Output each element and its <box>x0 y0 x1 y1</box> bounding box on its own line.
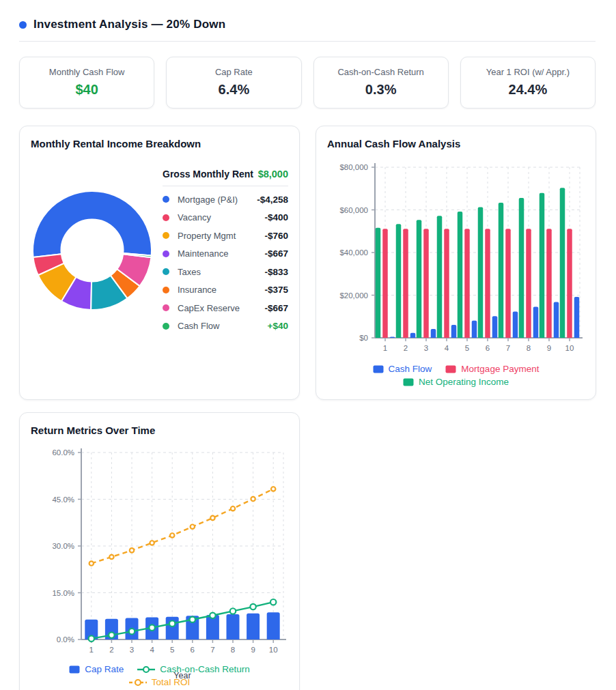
point-marker <box>250 604 255 609</box>
breakdown-row: Taxes-$833 <box>163 263 288 281</box>
legend-item[interactable]: Net Operating Income <box>403 377 509 387</box>
cashflow-legend: Cash Flow Mortgage Payment Net Operating… <box>336 362 576 388</box>
point-marker <box>89 635 94 641</box>
bar <box>505 229 511 338</box>
bar <box>390 337 395 339</box>
svg-text:9: 9 <box>547 344 551 352</box>
metric-card-year1-roi: Year 1 ROI (w/ Appr.) 24.4% <box>460 57 596 109</box>
point-marker <box>231 506 235 511</box>
point-marker <box>270 599 276 605</box>
legend-marker-icon <box>445 365 456 373</box>
svg-text:30.0%: 30.0% <box>52 542 74 550</box>
legend-item[interactable]: Cash Flow <box>373 364 432 374</box>
legend-item[interactable]: Total ROI <box>129 677 190 687</box>
legend-item[interactable]: Cap Rate <box>69 664 124 674</box>
svg-text:45.0%: 45.0% <box>52 495 74 504</box>
svg-text:6: 6 <box>191 646 195 654</box>
legend-item-label: Cash-on-Cash Return <box>160 664 249 674</box>
breakdown-row-value: +$40 <box>268 321 288 331</box>
bar <box>492 316 498 338</box>
breakdown-row: CapEx Reserve-$667 <box>163 299 288 317</box>
breakdown-row-label: Insurance <box>178 285 264 295</box>
metric-cards-row: Monthly Cash Flow $40 Cap Rate 6.4% Cash… <box>19 57 596 109</box>
svg-text:10: 10 <box>565 344 574 352</box>
bar <box>417 220 422 338</box>
breakdown-row-value: -$375 <box>264 285 288 295</box>
point-marker <box>109 555 113 559</box>
panel-title: Return Metrics Over Time <box>31 424 288 437</box>
point-marker <box>149 624 154 630</box>
breakdown-row-label: Vacancy <box>178 212 264 222</box>
bar <box>396 224 402 338</box>
cashflow-chart: $0$20,000$40,000$60,000$80,0001234567891… <box>327 158 585 358</box>
bar <box>513 312 518 338</box>
svg-text:6: 6 <box>486 344 490 352</box>
legend-item[interactable]: Mortgage Payment <box>445 364 539 374</box>
point-marker <box>190 617 195 622</box>
breakdown-row-label: Mortgage (P&I) <box>178 195 257 205</box>
bar <box>519 198 524 338</box>
panel-title: Annual Cash Flow Analysis <box>327 137 585 151</box>
bar <box>464 229 470 338</box>
breakdown-list: Mortgage (P&I)-$4,258Vacancy-$400Propert… <box>163 190 288 335</box>
svg-text:5: 5 <box>465 344 469 352</box>
legend-marker-icon <box>129 678 147 687</box>
series-color-dot-icon <box>163 323 169 330</box>
series-color-dot-icon <box>163 304 169 311</box>
bar <box>485 229 490 338</box>
breakdown-row-label: Maintenance <box>178 248 264 259</box>
bar <box>431 329 436 338</box>
point-marker <box>191 524 195 528</box>
point-marker <box>271 487 275 491</box>
breakdown-row: Insurance-$375 <box>163 281 288 300</box>
svg-text:60.0%: 60.0% <box>52 448 74 457</box>
bar <box>437 216 443 338</box>
bar <box>567 229 572 338</box>
panel-title: Monthly Rental Income Breakdown <box>31 137 288 151</box>
gross-rent-label: Gross Monthly Rent <box>163 169 253 179</box>
bar <box>376 228 381 338</box>
legend-item[interactable]: Cash-on-Cash Return <box>137 664 249 674</box>
legend-item-label: Cash Flow <box>389 364 432 374</box>
bar <box>533 307 539 338</box>
svg-text:2: 2 <box>404 344 408 352</box>
donut-chart <box>31 189 154 315</box>
bar <box>227 614 240 639</box>
point-marker <box>150 541 154 545</box>
svg-text:1: 1 <box>383 344 387 352</box>
bar <box>247 614 260 639</box>
accent-dot-icon <box>19 21 27 29</box>
svg-text:8: 8 <box>527 344 531 352</box>
metric-value: 0.3% <box>320 81 443 98</box>
point-marker <box>89 561 94 565</box>
series-color-dot-icon <box>163 287 169 293</box>
point-marker <box>230 608 236 614</box>
point-marker <box>130 548 134 552</box>
breakdown-row: Property Mgmt-$760 <box>163 227 288 245</box>
point-marker <box>169 621 175 627</box>
breakdown-row: Maintenance-$667 <box>163 245 288 263</box>
svg-text:$20,000: $20,000 <box>339 291 368 300</box>
donut-slice <box>33 191 152 257</box>
breakdown-row-label: Property Mgmt <box>178 231 264 241</box>
breakdown-row-value: -$667 <box>264 248 288 259</box>
returns-chart: 0.0%15.0%30.0%45.0%60.0%12345678910 <box>31 444 288 659</box>
metric-label: Monthly Cash Flow <box>25 66 148 78</box>
metric-label: Cash-on-Cash Return <box>320 66 443 78</box>
svg-text:8: 8 <box>231 646 235 654</box>
svg-text:7: 7 <box>506 344 510 352</box>
svg-text:$80,000: $80,000 <box>339 163 368 171</box>
series-color-dot-icon <box>163 196 169 203</box>
breakdown-row-label: CapEx Reserve <box>178 303 264 313</box>
svg-text:1: 1 <box>89 646 94 654</box>
panel-return-metrics: Return Metrics Over Time 0.0%15.0%30.0%4… <box>19 412 300 690</box>
panel-rental-breakdown: Monthly Rental Income Breakdown Gross Mo… <box>19 126 300 400</box>
breakdown-row-value: -$833 <box>264 267 288 277</box>
breakdown-row: Cash Flow+$40 <box>163 317 288 336</box>
svg-text:3: 3 <box>424 344 428 352</box>
legend-item-label: Total ROI <box>152 677 190 687</box>
bar <box>410 333 416 338</box>
bar <box>403 229 408 338</box>
bar <box>382 229 388 338</box>
gross-rent-row: Gross Monthly Rent $8,000 <box>163 169 288 186</box>
